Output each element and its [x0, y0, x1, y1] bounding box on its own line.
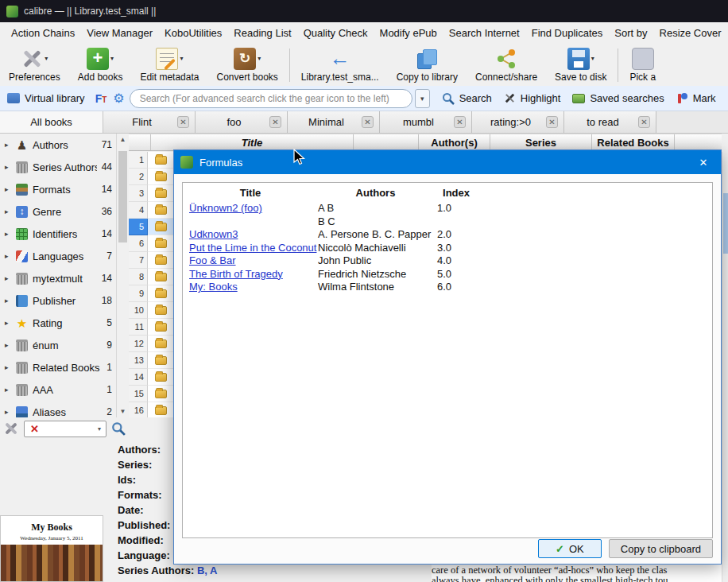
sidebar-item-formats[interactable]: ▸Formats14 — [0, 178, 116, 200]
expand-icon[interactable]: ▸ — [5, 319, 11, 327]
dropdown-arrow-icon[interactable]: ▾ — [110, 55, 114, 62]
find-tag-icon[interactable] — [111, 421, 126, 436]
dropdown-arrow-icon[interactable]: ▾ — [258, 55, 261, 62]
expand-icon[interactable]: ▸ — [5, 274, 11, 282]
expand-icon[interactable]: ▸ — [5, 408, 11, 416]
full-text-search-icon[interactable]: FT — [95, 92, 107, 105]
search-button[interactable]: Search — [442, 92, 492, 105]
sidebar-item-aaa[interactable]: ▸AAA1 — [0, 378, 116, 401]
expand-icon[interactable]: ▸ — [5, 208, 11, 215]
tab-flint[interactable]: Flint✕ — [103, 111, 196, 133]
tab-rating[interactable]: rating:>0✕ — [472, 111, 564, 133]
choose-library-button[interactable]: Library.test_sma... — [292, 44, 388, 86]
highlight-button[interactable]: Highlight — [504, 92, 561, 104]
menu-quality-check[interactable]: Quality Check — [304, 27, 368, 39]
expand-icon[interactable]: ▸ — [5, 141, 11, 149]
formula-title-link[interactable]: Foo & Bar — [189, 254, 236, 266]
menu-modify-epub[interactable]: Modify ePub — [380, 27, 437, 39]
chevron-down-icon[interactable]: ▾ — [93, 425, 106, 433]
menu-resize-cover[interactable]: Resize Cover — [660, 27, 722, 39]
save-to-disk-button[interactable]: ▾ Save to disk — [546, 44, 615, 86]
expand-icon[interactable]: ▸ — [5, 386, 11, 394]
tab-mumbl[interactable]: mumbl✕ — [380, 111, 472, 133]
formula-title-link[interactable]: My: Books — [189, 281, 238, 293]
preferences-button[interactable]: ▾ Preferences — [0, 44, 69, 86]
sidebar-item-related-books[interactable]: ▸Related Books1 — [0, 356, 116, 378]
formula-title-link[interactable]: The Birth of Tragedy — [189, 268, 283, 280]
close-icon[interactable]: ✕ — [546, 116, 558, 128]
scrollbar-thumb[interactable] — [118, 151, 127, 242]
sidebar-item-authors[interactable]: ▸Authors71 — [0, 134, 116, 156]
formula-title-link[interactable]: Ünknown2 (foo) — [189, 202, 262, 214]
column-header-series[interactable]: Series — [490, 134, 592, 150]
saved-searches-button[interactable]: Saved searches — [572, 92, 664, 104]
tag-filter-combobox[interactable]: ✕ ▾ — [24, 421, 106, 437]
copy-to-library-button[interactable]: Copy to library — [388, 44, 467, 86]
sidebar-item-languages[interactable]: ▸Languages7 — [0, 245, 116, 267]
edit-metadata-button[interactable]: ▾ Edit metadata — [131, 44, 207, 86]
virtual-library-button[interactable]: Virtual library — [0, 92, 92, 104]
tab-foo[interactable]: foo✕ — [196, 111, 288, 133]
add-books-button[interactable]: ▾ Add books — [69, 44, 132, 86]
search-options-gear-icon[interactable]: ⚙ — [113, 91, 124, 106]
clear-filter-icon[interactable]: ✕ — [25, 423, 45, 435]
expand-icon[interactable]: ▸ — [5, 163, 11, 171]
menu-koboutilities[interactable]: KoboUtilities — [165, 27, 222, 39]
menu-action-chains[interactable]: Action Chains — [11, 27, 75, 39]
close-icon[interactable]: ✕ — [454, 116, 466, 128]
column-header-blank[interactable] — [354, 134, 419, 150]
dropdown-arrow-icon[interactable]: ▾ — [45, 55, 48, 62]
menu-search-internet[interactable]: Search Internet — [449, 27, 520, 39]
tag-browser-scrollbar[interactable]: ▲ ▼ — [116, 134, 129, 417]
column-header-related-books[interactable]: Related Books — [592, 134, 675, 150]
sidebar-item-identifiers[interactable]: ▸Identifiers14 — [0, 223, 116, 245]
sidebar-item-aliases[interactable]: ▸Aliases2 — [0, 401, 116, 417]
scroll-down-icon[interactable]: ▼ — [117, 405, 129, 417]
copy-to-clipboard-button[interactable]: Copy to clipboard — [609, 539, 713, 558]
sidebar-item-publisher[interactable]: ▸Publisher18 — [0, 289, 116, 312]
dropdown-arrow-icon[interactable]: ▾ — [180, 55, 183, 62]
tab-minimal[interactable]: Minimal✕ — [288, 111, 380, 133]
dropdown-arrow-icon[interactable]: ▾ — [591, 55, 594, 62]
expand-icon[interactable]: ▸ — [5, 230, 11, 238]
search-history-dropdown[interactable]: ▾ — [415, 89, 430, 108]
sidebar-item-mytextmult[interactable]: ▸mytextmult14 — [0, 267, 116, 289]
book-list-scrollbar[interactable] — [722, 152, 728, 582]
formula-title-link[interactable]: Put the Lime in the Coconut — [189, 242, 316, 254]
series-authors-links[interactable]: B, A — [197, 565, 218, 576]
formula-title-link[interactable]: Udknown3 — [189, 228, 238, 240]
sidebar-item-genre[interactable]: ▸Genre36 — [0, 200, 116, 223]
search-input[interactable] — [130, 89, 412, 108]
close-icon[interactable]: ✕ — [177, 116, 189, 128]
column-header-title[interactable]: Title — [151, 134, 354, 150]
sidebar-item-enum[interactable]: ▸énum9 — [0, 334, 116, 356]
tab-to-read[interactable]: to read✕ — [564, 111, 656, 133]
sidebar-item-rating[interactable]: ▸Rating5 — [0, 312, 116, 334]
close-icon[interactable]: ✕ — [269, 116, 281, 128]
dialog-titlebar[interactable]: Formulas ✕ — [174, 150, 721, 174]
scrollbar-thumb[interactable] — [723, 193, 728, 254]
expand-icon[interactable]: ▸ — [5, 185, 11, 193]
scroll-up-icon[interactable]: ▲ — [117, 134, 129, 146]
mark-books-button[interactable]: Mark — [676, 92, 716, 104]
menu-sort-by[interactable]: Sort by — [614, 27, 647, 39]
dialog-close-button[interactable]: ✕ — [686, 150, 721, 174]
cover-thumbnail[interactable]: My Books Wednesday, January 5, 2011 — [0, 515, 103, 582]
expand-icon[interactable]: ▸ — [5, 297, 11, 305]
expand-icon[interactable]: ▸ — [5, 252, 11, 260]
connect-share-button[interactable]: Connect/share — [467, 44, 546, 86]
tab-all-books[interactable]: All books — [0, 111, 103, 133]
menu-view-manager[interactable]: View Manager — [87, 27, 153, 39]
ok-button[interactable]: ✓ OK — [538, 539, 602, 558]
configure-icon[interactable] — [3, 421, 19, 436]
close-icon[interactable]: ✕ — [638, 116, 650, 128]
sidebar-item-series-authors[interactable]: ▸Series Authors44 — [0, 156, 116, 178]
expand-icon[interactable]: ▸ — [5, 341, 11, 349]
menu-find-duplicates[interactable]: Find Duplicates — [532, 27, 603, 39]
column-header-authors[interactable]: Author(s) — [419, 134, 490, 150]
convert-books-button[interactable]: ▾ Convert books — [207, 44, 286, 86]
close-icon[interactable]: ✕ — [362, 116, 374, 128]
menu-reading-list[interactable]: Reading List — [234, 27, 291, 39]
pick-random-button[interactable]: Pick a — [621, 44, 664, 86]
expand-icon[interactable]: ▸ — [5, 363, 11, 371]
